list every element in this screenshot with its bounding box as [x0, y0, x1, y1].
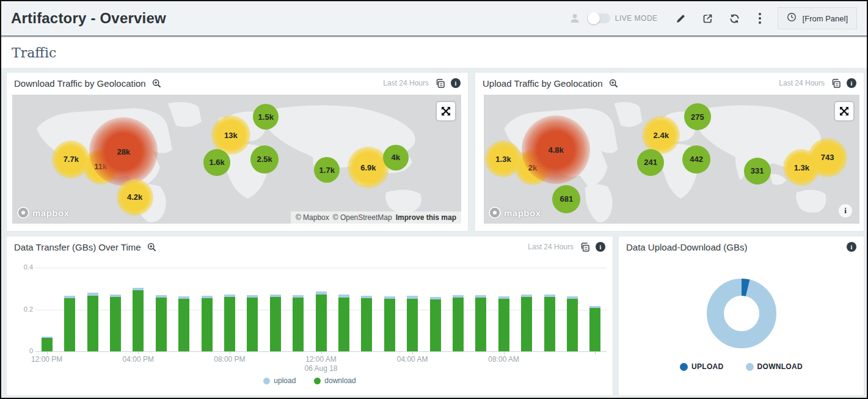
panel-header: Upload Traffic by Geolocation Last 24 Ho…	[475, 73, 864, 93]
info-icon[interactable]: i	[451, 78, 461, 88]
stacked-bar[interactable]	[133, 288, 144, 351]
stacked-bar[interactable]	[453, 295, 464, 351]
stacked-bar[interactable]	[475, 295, 486, 351]
map-bubble[interactable]: 2.4k	[642, 116, 680, 154]
bar-download-segment	[544, 297, 555, 351]
attribution-improve-link[interactable]: Improve this map	[396, 213, 456, 222]
stacked-bar[interactable]	[498, 296, 509, 351]
stacked-bar[interactable]	[270, 295, 281, 351]
time-range-value: [From Panel]	[803, 14, 848, 23]
copy-panels-icon[interactable]	[434, 78, 445, 89]
map-bubble[interactable]: 4.8k	[522, 115, 590, 184]
bar-download-segment	[293, 298, 304, 351]
info-icon[interactable]: i	[847, 242, 856, 252]
map-bubble-value: 1.3k	[794, 163, 809, 172]
x-axis-tick-label: 08:00 AM	[464, 355, 544, 364]
mapbox-logo[interactable]: mapbox	[17, 207, 70, 219]
stacked-bar[interactable]	[178, 296, 189, 351]
map-bubble-value: 13k	[224, 131, 238, 140]
legend-label: DOWNLOAD	[757, 362, 803, 371]
bar-download-segment	[475, 298, 486, 351]
map-bubble[interactable]: 1.7k	[314, 157, 340, 183]
upload-download-donut-chart[interactable]	[704, 276, 779, 351]
bar-download-segment	[224, 297, 235, 351]
upload-geo-map[interactable]: 1.3k2k4.8k6812.4k2412754423311.3k743 map…	[484, 95, 859, 224]
stacked-bar[interactable]	[293, 295, 304, 351]
refresh-icon[interactable]	[728, 11, 742, 26]
stacked-bar[interactable]	[224, 295, 235, 351]
stacked-bar[interactable]	[567, 296, 578, 351]
x-axis-tickmark	[321, 351, 322, 354]
info-icon[interactable]: i	[596, 242, 605, 252]
map-bubble[interactable]: 4k	[383, 145, 409, 170]
bar-chart-plot-area: 00.20.4	[35, 268, 607, 351]
x-axis-tick-label: 04:00 PM	[98, 355, 178, 364]
stacked-bar[interactable]	[110, 295, 121, 351]
attribution-mapbox-link[interactable]: © Mapbox	[296, 213, 329, 222]
legend-dot	[314, 378, 321, 384]
map-bubble-value: 1.3k	[495, 155, 511, 164]
section-band: Traffic	[1, 38, 867, 68]
map-bubble[interactable]: 241	[637, 149, 664, 176]
stacked-bar[interactable]	[87, 293, 98, 351]
edit-pencil-icon[interactable]	[674, 11, 688, 26]
dashboard-screen: Artifactory - Overview LIVE MODE	[0, 0, 868, 399]
copy-panels-icon[interactable]	[579, 241, 590, 252]
stacked-bar[interactable]	[64, 296, 75, 351]
legend-dot	[680, 363, 688, 371]
stacked-bar[interactable]	[247, 295, 258, 351]
stacked-bar[interactable]	[338, 295, 349, 351]
share-export-icon[interactable]	[701, 11, 715, 26]
live-mode-toggle[interactable]	[587, 13, 610, 23]
top-bar-actions: LIVE MODE	[567, 7, 857, 29]
map-bubble[interactable]: 6.9k	[348, 147, 389, 188]
map-bubble[interactable]: 275	[684, 103, 711, 130]
stacked-bar[interactable]	[407, 296, 418, 351]
legend-item-upload[interactable]: UPLOAD	[680, 362, 723, 371]
legend-label: download	[324, 376, 356, 385]
info-icon[interactable]: i	[847, 78, 856, 88]
legend-item-download[interactable]: download	[314, 376, 356, 385]
time-range-selector[interactable]: [From Panel]	[778, 7, 857, 29]
map-bubble[interactable]: 28k	[89, 117, 158, 186]
map-bubble-value: 681	[560, 194, 573, 203]
zoom-in-search-icon[interactable]	[150, 76, 164, 90]
zoom-in-search-icon[interactable]	[607, 76, 621, 90]
more-options-kebab-icon[interactable]	[754, 13, 765, 24]
stacked-bar[interactable]	[361, 296, 372, 351]
download-geo-map[interactable]: 7.7k11k28k4.2k13k1.6k1.5k2.5k1.7k6.9k4k …	[12, 95, 461, 224]
map-bubble[interactable]: 331	[744, 158, 771, 185]
expand-map-icon[interactable]	[835, 102, 853, 120]
copy-panels-icon[interactable]	[830, 78, 841, 89]
legend-item-upload[interactable]: upload	[263, 376, 296, 385]
x-axis-tick-label: 12:00 PM	[7, 355, 87, 364]
map-attribution-info-icon[interactable]: i	[839, 204, 852, 218]
attribution-osm-link[interactable]: © OpenStreetMap	[333, 213, 392, 222]
stacked-bar[interactable]	[156, 295, 167, 351]
bar-download-segment	[156, 298, 167, 351]
x-axis-tickmark	[595, 351, 596, 354]
stacked-bar[interactable]	[544, 295, 555, 351]
panel-title: Data Upload-Download (GBs)	[626, 242, 747, 252]
stacked-bar[interactable]	[202, 296, 213, 351]
map-bubble[interactable]: 1.6k	[203, 149, 230, 176]
stacked-bar[interactable]	[430, 297, 441, 351]
stacked-bar[interactable]	[316, 291, 327, 351]
map-bubble[interactable]: 4.2k	[117, 179, 153, 216]
legend-dot	[746, 363, 754, 371]
map-bubble[interactable]: 442	[682, 145, 710, 174]
map-bubble[interactable]: 2.5k	[250, 145, 279, 174]
stacked-bar[interactable]	[521, 295, 532, 351]
panel-upload-traffic: Upload Traffic by Geolocation Last 24 Ho…	[475, 72, 864, 232]
mapbox-logo[interactable]: mapbox	[489, 207, 541, 219]
stacked-bar[interactable]	[589, 306, 600, 351]
expand-map-icon[interactable]	[437, 102, 455, 120]
map-bubble[interactable]: 743	[808, 138, 847, 177]
map-bubble[interactable]: 681	[552, 185, 580, 213]
map-bubble[interactable]: 1.5k	[253, 104, 279, 130]
bar-download-segment	[87, 296, 98, 351]
stacked-bar[interactable]	[384, 296, 395, 351]
legend-item-download[interactable]: DOWNLOAD	[746, 362, 803, 371]
zoom-in-search-icon[interactable]	[145, 240, 159, 254]
stacked-bar[interactable]	[42, 337, 53, 351]
